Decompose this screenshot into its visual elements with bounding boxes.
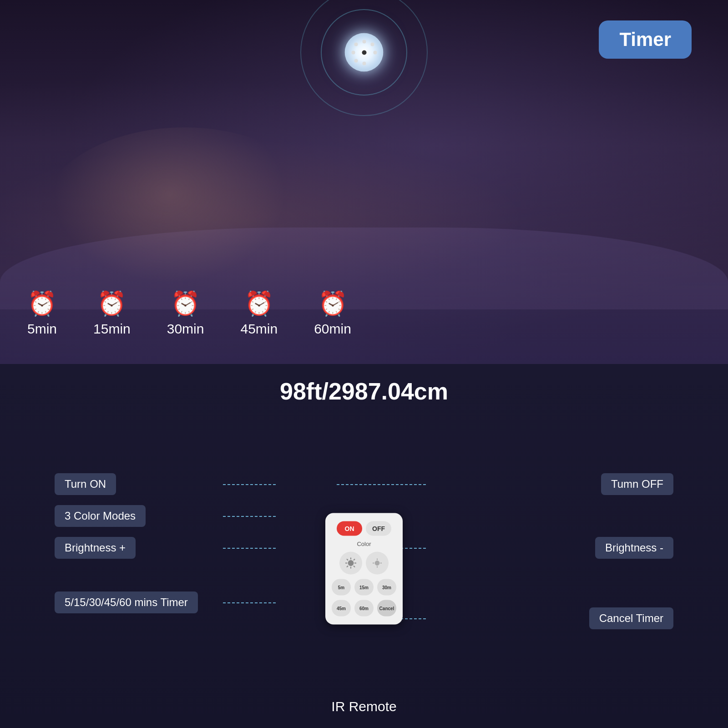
led-center — [362, 50, 366, 55]
alarm-icon-15min: ⏰ — [97, 290, 126, 318]
led-dot — [362, 61, 366, 65]
brightness-plus-icon — [344, 557, 357, 570]
svg-line-12 — [347, 559, 348, 561]
timer-annotation: 5/15/30/45/60 mins Timer — [55, 592, 198, 613]
timer-item-45min: ⏰ 45min — [240, 290, 278, 337]
brightness-row — [332, 552, 396, 575]
timer-30m-button[interactable]: 30m — [377, 579, 396, 596]
timer-45m-button[interactable]: 45m — [332, 600, 351, 617]
led-dot — [354, 42, 358, 46]
timer-badge: Timer — [599, 20, 692, 59]
brightness-plus-annotation: Brightness + — [55, 537, 136, 559]
timer-row-2: 45m 60m Cancel — [332, 600, 396, 617]
off-button[interactable]: OFF — [366, 521, 391, 536]
alarm-icon-5min: ⏰ — [27, 290, 57, 318]
timer-60m-button[interactable]: 60m — [354, 600, 374, 617]
brightness-minus-annotation: Brightness - — [595, 537, 673, 559]
on-off-row: ON OFF — [332, 521, 396, 536]
remote-diagram: ON OFF Color — [46, 414, 682, 723]
timer-label-5min: 5min — [27, 321, 57, 337]
svg-point-16 — [375, 561, 379, 566]
timer-label-45min: 45min — [240, 321, 278, 337]
light-body — [345, 33, 384, 72]
cancel-timer-annotation: Cancel Timer — [589, 607, 673, 629]
turn-off-annotation: Tumn OFF — [601, 473, 673, 495]
night-light — [344, 32, 384, 73]
svg-line-15 — [347, 566, 348, 567]
light-leds — [350, 39, 378, 66]
led-dot — [362, 40, 366, 43]
color-modes-annotation: 3 Color Modes — [55, 505, 146, 527]
alarm-icon-30min: ⏰ — [171, 290, 200, 318]
timer-row-1: 5m 15m 30m — [332, 579, 396, 596]
distance-label: 98ft/2987.04cm — [280, 378, 448, 405]
turn-on-annotation: Turn ON — [55, 473, 116, 495]
timer-item-15min: ⏰ 15min — [93, 290, 131, 337]
top-section: Timer ⏰ 5min ⏰ 15min ⏰ 30min ⏰ 45min ⏰ 6… — [0, 0, 728, 364]
timer-5m-button[interactable]: 5m — [332, 579, 351, 596]
timer-item-60min: ⏰ 60min — [314, 290, 351, 337]
cancel-button[interactable]: Cancel — [377, 600, 396, 617]
timer-label-15min: 15min — [93, 321, 131, 337]
brightness-minus-button[interactable] — [366, 552, 389, 575]
svg-line-13 — [354, 566, 355, 567]
svg-point-7 — [348, 561, 354, 566]
remote-control: ON OFF Color — [325, 513, 403, 625]
bottom-section: 98ft/2987.04cm ON — [0, 364, 728, 728]
color-label: Color — [357, 541, 371, 547]
timer-item-5min: ⏰ 5min — [27, 290, 57, 337]
brightness-minus-icon — [372, 558, 382, 568]
timer-badge-label: Timer — [619, 29, 671, 50]
timer-item-30min: ⏰ 30min — [167, 290, 204, 337]
led-dot — [370, 42, 374, 46]
svg-line-14 — [354, 559, 355, 561]
led-dot — [354, 59, 358, 62]
led-dot — [373, 51, 377, 54]
ir-remote-label: IR Remote — [331, 699, 396, 714]
alarm-icon-60min: ⏰ — [318, 290, 348, 318]
timer-icons-row: ⏰ 5min ⏰ 15min ⏰ 30min ⏰ 45min ⏰ 60min — [27, 290, 351, 337]
on-button[interactable]: ON — [337, 521, 362, 536]
timer-15m-button[interactable]: 15m — [354, 579, 374, 596]
led-dot — [351, 51, 355, 54]
brightness-plus-button[interactable] — [339, 552, 362, 575]
alarm-icon-45min: ⏰ — [244, 290, 274, 318]
timer-label-60min: 60min — [314, 321, 351, 337]
timer-label-30min: 30min — [167, 321, 204, 337]
